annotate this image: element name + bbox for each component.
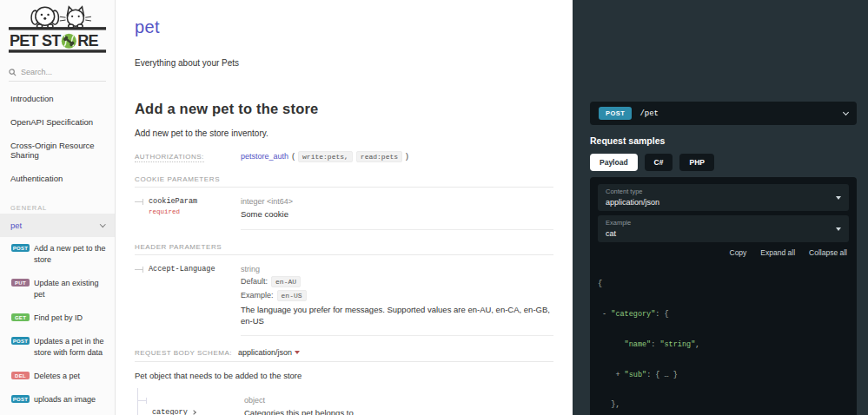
sidebar-item-find-pet-by-id[interactable]: GET Find pet by ID [0,306,115,330]
sidebar-item-label: Find pet by ID [34,313,83,324]
tree-connector [138,396,149,405]
schema-tree: category object Categories this pet belo… [137,388,553,415]
example-label: Example: [241,291,274,300]
petstore-logo[interactable]: PET ST RE [0,0,115,57]
auth-scope: write:pets, [298,151,353,162]
auth-scope: read:pets [356,151,402,162]
sidebar-item-introduction[interactable]: Introduction [0,87,115,110]
request-body-schema-header: REQUEST BODY SCHEMA: application/json [135,348,553,362]
sidebar-item-update-pet[interactable]: PUT Update an existing pet [0,272,115,306]
copy-button[interactable]: Copy [730,248,747,257]
sidebar-item-delete-pet[interactable]: DEL Deletes a pet [0,365,115,388]
sidebar-item-label: Add a new pet to the store [34,243,106,266]
tab-csharp[interactable]: C# [645,154,673,171]
content-type-value: application/json [238,348,292,357]
authorizations-row: AUTHORIZATIONS: petstore_auth ( write:pe… [135,151,553,162]
dropdown-caret-icon [295,351,300,354]
samples-panel: POST /pet Request samples Payload C# PHP… [573,0,868,415]
method-badge-put: PUT [11,279,30,287]
request-body-schema-label: REQUEST BODY SCHEMA: [135,349,232,357]
auth-scheme-link[interactable]: petstore_auth [241,152,288,161]
sidebar-item-openapi-specification[interactable]: OpenAPI Specification [0,110,115,134]
tennis-ball-icon [62,34,76,49]
code-panel: Content type application/json Example ca… [590,177,857,415]
code-line-expandable[interactable]: + "sub": { … } [598,371,849,381]
request-samples-title: Request samples [590,135,857,146]
method-badge-post: POST [11,244,30,252]
paren-open: ( [292,152,295,161]
sidebar-item-cors[interactable]: Cross-Origin Resource Sharing [0,134,115,167]
expand-all-button[interactable]: Expand all [760,248,795,257]
header-parameters-title: HEADER PARAMETERS [135,243,553,255]
default-label: Default: [241,277,268,286]
sidebar: PET ST RE Introduction OpenAPI Specific [0,0,116,415]
content-type-value: application/json [606,198,841,207]
tag-description: Everything about your Pets [135,58,553,68]
required-flag: required [149,208,197,215]
chevron-down-icon [100,221,105,227]
chevron-down-icon [843,109,849,115]
sidebar-item-update-pet-form-data[interactable]: POST Updates a pet in the store with for… [0,330,115,365]
main-content: pet Everything about your Pets Add a new… [116,0,573,415]
sidebar-item-uploads-image[interactable]: POST uploads an image [0,388,115,412]
param-type: integer <int64> [241,197,553,206]
search-input[interactable] [21,68,99,76]
cat-illustration [67,7,83,29]
tag-title: pet [135,17,553,37]
expand-category-button[interactable]: category [152,396,195,415]
content-type-dropdown[interactable]: application/json [238,348,300,357]
param-description: Some cookie [241,209,553,221]
content-type-label: Content type [606,188,841,195]
method-badge-post: POST [11,395,30,403]
code-line: }, [598,400,849,411]
example-select[interactable]: Example cat [598,215,849,242]
sidebar-item-label: uploads an image [34,394,96,405]
body-description: Pet object that needs to be added to the… [135,371,553,380]
paren-close: ) [406,152,408,161]
dropdown-caret-icon [836,227,841,231]
tree-connector [135,197,145,206]
code-line: { [598,280,849,290]
example-value: cat [606,229,841,238]
sidebar-item-authentication[interactable]: Authentication [0,167,115,190]
param-description: The language you prefer for messages. Su… [241,305,553,327]
tab-payload[interactable]: Payload [590,154,638,171]
logo-text-left: PET ST [10,32,61,49]
param-name: cookieParam [149,197,197,206]
dropdown-caret-icon [836,196,841,200]
sidebar-group-pet[interactable]: pet [0,214,115,237]
operation-title: Add a new pet to the store [135,101,553,117]
http-method-badge: POST [599,107,632,120]
sidebar-group-pet-label: pet [10,221,22,230]
sample-tabs: Payload C# PHP [590,154,857,171]
endpoint-bar[interactable]: POST /pet [590,102,857,125]
method-badge-delete: DEL [11,372,30,379]
field-description: Categories this pet belongs to [244,408,553,415]
field-name: category [152,408,188,415]
petstore-logo-image: PET ST RE [8,4,107,54]
sidebar-item-label: Updates a pet in the store with form dat… [34,336,106,359]
sidebar-item-add-pet[interactable]: POST Add a new pet to the store [0,237,115,272]
endpoint-path: /pet [639,109,836,118]
search-box[interactable] [9,68,106,82]
field-type: object [244,396,553,405]
tab-php[interactable]: PHP [679,154,713,171]
tree-connector [135,265,145,273]
sidebar-section-general: GENERAL [10,204,104,212]
method-badge-post: POST [11,337,30,345]
json-sample: { - "category": { "name": "string", + "s… [598,260,849,415]
code-line: "name": "string", [598,340,849,351]
code-actions: Copy Expand all Collapse all [600,248,847,257]
param-row-accept-language: Accept-Language string Default: en-AU Ex… [135,265,553,337]
method-badge-get: GET [11,313,30,321]
sidebar-item-finds-pets-by-status[interactable]: GET Finds Pets by status [0,412,115,415]
operation-description: Add new pet to the store inventory. [135,128,553,138]
search-icon [9,69,17,76]
authorizations-label: AUTHORIZATIONS: [135,153,241,161]
default-value: en-AU [271,276,301,287]
content-type-select[interactable]: Content type application/json [598,184,849,211]
code-line-collapsible[interactable]: - "category": { [598,310,849,320]
sidebar-item-label: Update an existing pet [34,278,106,300]
collapse-all-button[interactable]: Collapse all [809,248,847,257]
schema-row-category: category object Categories this pet belo… [138,388,553,415]
